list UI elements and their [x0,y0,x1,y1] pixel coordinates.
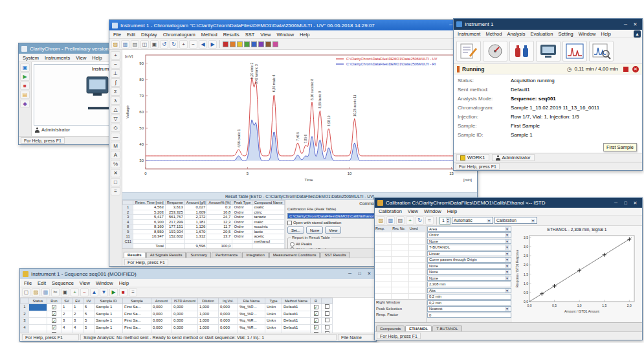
sequence-checkbox[interactable]: ✓ [311,304,322,311]
result-row[interactable]: 98,550193,9341,67020,5Ordnrlactic [123,229,285,234]
menu-chromatogram[interactable]: Chromatogram [161,31,198,38]
menu-edit[interactable]: Edit [124,31,138,38]
user-indicator[interactable]: Administrator [492,154,535,161]
report-option-all-peaks[interactable]: All Peaks [290,241,374,247]
overlay-color-6-swatch[interactable] [258,41,264,47]
minimize-icon[interactable]: ─ [612,201,620,206]
overlay-color-2-swatch[interactable] [230,41,236,47]
method-setup-icon[interactable] [483,41,507,61]
save-icon[interactable]: ▥ [386,216,395,225]
annotation-icon[interactable]: A [111,151,120,159]
calibration-mode-combo[interactable]: Automatic▼ [452,217,493,224]
sequence-checkbox[interactable]: ✓ [47,318,61,325]
baseline-icon[interactable]: — [111,133,120,141]
manual-peak-icon[interactable]: M [111,142,120,150]
calib-property-10[interactable]: Abs▼ [427,288,511,294]
zoom-out-icon[interactable]: − [111,60,120,69]
calib-property-13[interactable]: Nearest▼ [427,306,511,312]
redo-icon[interactable]: ↻ [170,40,178,49]
calib-property-9[interactable]: 2,308 min [427,282,511,287]
chromatogram-plot[interactable]: 304050607080900510154,56 oxalic 15,20 ci… [122,50,477,192]
chromatogram-icon[interactable] [589,41,614,61]
open-icon[interactable]: ▨ [377,216,385,225]
menu-calibration[interactable]: Calibration [376,208,405,215]
peak-end-icon[interactable]: ▽ [111,115,120,123]
menu-sst[interactable]: SST [243,31,258,38]
zoom-in-icon[interactable]: + [179,40,188,49]
axes-icon[interactable]: ⊥ [111,69,120,78]
menu-setting[interactable]: Setting [555,30,575,38]
calib-property-11[interactable]: 0,2 min [427,294,511,300]
set-button[interactable]: Set... [287,227,304,234]
preview-icon[interactable]: ◫ [140,40,149,49]
calib-property-5[interactable]: Curve passes through Origin▼ [427,257,511,263]
view-button[interactable]: View [325,227,341,234]
overlay-color-8-swatch[interactable] [272,41,278,47]
tab-ethanol[interactable]: ETHANOL [405,326,432,331]
menu-system[interactable]: System [20,54,41,61]
start-icon[interactable]: ▶ [20,72,30,81]
maximize-icon[interactable]: □ [621,201,630,206]
sum-icon[interactable]: Σ [111,87,120,96]
sequence-checkbox[interactable]: ✓ [311,318,322,325]
sequence-checkbox[interactable]: ✓ [47,304,61,311]
menu-help[interactable]: Help [117,280,131,287]
calib-property-6[interactable]: None▼ [427,263,511,269]
calib-property-2[interactable]: None▼ [427,239,511,245]
rectangle-icon[interactable]: □ [111,178,120,186]
delete-row-icon[interactable]: − [80,288,89,296]
menu-view[interactable]: View [77,280,93,287]
move-down-icon[interactable]: ▼ [100,288,108,296]
calibration-curve-plot[interactable]: ETHANOL - 2,308 min, Signal 1 0,00,51,01… [512,226,642,322]
copy-icon[interactable]: ▣ [150,40,159,49]
result-row[interactable]: 25,203253,3251,60916,8Ordnrcitric [123,210,285,215]
none-button[interactable]: None [306,227,323,234]
calib-property-4[interactable]: Linear▼ [427,251,511,257]
menu-evaluation[interactable]: Evaluation [527,30,555,38]
sequence-checkbox[interactable] [322,318,333,325]
menu-display[interactable]: Display [139,31,160,38]
calib-property-12[interactable]: 0,2 min [427,300,511,306]
overlay-color-4-swatch[interactable] [244,41,250,47]
menu-method[interactable]: Method [483,30,504,38]
minimize-icon[interactable]: ─ [621,22,630,27]
menu-window[interactable]: Window [421,208,444,215]
result-row[interactable]: 14,5633,6130,0270,3Ordnroxalic [123,205,285,210]
menu-view[interactable]: View [405,208,421,215]
overlay-color-1-swatch[interactable] [223,41,228,47]
calibration-type-combo[interactable]: Calibration▼ [494,217,537,224]
result-row[interactable]: C11methanol [123,239,285,244]
stop-button[interactable] [623,67,628,72]
close-icon[interactable]: ✕ [631,201,639,206]
maximize-icon[interactable]: □ [355,271,364,276]
add-level-icon[interactable]: + [406,216,414,225]
zoom-out-icon[interactable]: − [189,40,197,49]
undo-icon[interactable]: ↺ [160,40,168,49]
menu-window[interactable]: Window [93,280,116,287]
menu-window[interactable]: Window [274,31,296,38]
menu-help[interactable]: Help [89,54,104,61]
close-icon[interactable]: ✕ [365,271,373,276]
report-option-all-identified-peaks[interactable]: All Identified Peaks [290,247,374,249]
print-icon[interactable]: ▤ [396,216,405,225]
sequence-checkbox[interactable] [322,311,333,318]
menu-view[interactable]: View [258,31,273,38]
save-icon[interactable]: ▥ [121,40,129,49]
overlay-color-3-swatch[interactable] [237,41,243,47]
prev-chromatogram-icon[interactable]: ◀ [199,40,207,49]
menu-results[interactable]: Results [221,31,242,38]
result-row[interactable]: 46,300217,3991,18112,3Ordnrmalic [123,219,285,225]
overlay-color-7-swatch[interactable] [265,41,271,47]
tab-integration[interactable]: Integration [242,252,268,258]
sequence-row[interactable]: 1✓115Sample 1First Sa...0,0000,0001,0000… [21,304,333,311]
tab-measurement-conditions[interactable]: Measurement Conditions [269,252,320,258]
calibration-points-table[interactable]: Resp.Rec No.Used [375,226,426,300]
compound-index-spinner[interactable]: 1 ▲▼ [439,217,450,225]
stop-icon[interactable]: ■ [20,82,30,90]
instrument-titlebar[interactable]: Instrument 1 ─ ✕ [454,19,642,30]
open-icon[interactable]: ▨ [111,40,120,49]
cut-icon[interactable]: ✂ [51,288,60,296]
abort-button[interactable]: ✕ [632,66,639,72]
recalibrate-icon[interactable]: ↻ [416,216,424,225]
move-up-icon[interactable]: ▲ [90,288,98,296]
